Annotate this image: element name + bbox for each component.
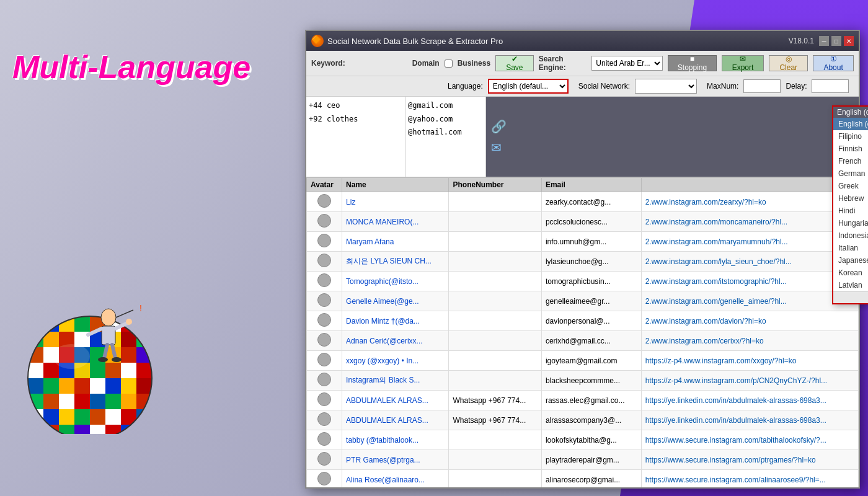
- name-cell: 최시은 LYLA SIEUN CH...: [342, 252, 449, 272]
- multi-language-title: Multi-Language: [12, 50, 250, 85]
- avatar-cell: [307, 371, 342, 391]
- dropdown-item[interactable]: Indonesian: [833, 229, 868, 242]
- search-engine-select[interactable]: United Arab Er...: [591, 56, 663, 71]
- email-cell: blacksheepcommme...: [541, 371, 641, 391]
- table-row[interactable]: Maryam Afanainfo.umnuh@gm...2.www.instag…: [307, 232, 859, 252]
- maxnum-input[interactable]: [743, 79, 781, 93]
- links-stat: 🔗 837: [491, 119, 854, 134]
- stopping-button[interactable]: ■ Stopping: [668, 55, 716, 71]
- svg-rect-24: [121, 347, 136, 363]
- avatar-cell: [307, 410, 342, 430]
- dropdown-item[interactable]: Hungarian: [833, 217, 868, 229]
- app-icon: 🔶: [311, 35, 324, 47]
- about-button[interactable]: ① About: [813, 55, 854, 71]
- clear-button[interactable]: ◎ Clear: [769, 55, 808, 71]
- table-row[interactable]: Alina Rose(@alinaaro...alinarosecorp@gma…: [307, 470, 859, 488]
- svg-rect-52: [59, 409, 74, 425]
- table-row[interactable]: ABDULMALEK ALRAS...Whatsapp +967 774...r…: [307, 391, 859, 410]
- dropdown-item[interactable]: Finnish: [833, 143, 868, 155]
- name-cell: Alina Rose(@alinaaro...: [342, 470, 449, 488]
- minimize-button[interactable]: ─: [819, 36, 829, 46]
- table-row[interactable]: Adnan Cerić(@cerixx...cerixhd@gmail.cc..…: [307, 331, 859, 351]
- delay-input[interactable]: [812, 79, 849, 93]
- table-row[interactable]: MONCA MANEIRO(...pcclcsolucionesc...2.ww…: [307, 212, 859, 232]
- dropdown-item[interactable]: Filipino: [833, 130, 868, 143]
- svg-rect-53: [74, 409, 90, 425]
- svg-rect-38: [90, 378, 105, 394]
- url-cell: https://www.secure.instagram.com/tabitha…: [641, 430, 858, 450]
- data-table-container[interactable]: Avatar Name PhoneNumber Email Lizzearky.…: [306, 177, 859, 487]
- table-row[interactable]: Davion Mintz †(@da...davionpersonal@...2…: [307, 311, 859, 331]
- table-row[interactable]: Lizzearky.contact@g...2.www.instagram.co…: [307, 192, 859, 212]
- col-header-url: [641, 178, 858, 192]
- phone-cell: Whatsapp +967 774...: [449, 410, 541, 430]
- window-title: Social Network Data Bulk Scrape & Extrac…: [327, 37, 789, 46]
- language-dropdown: English (def... ▲ English (def...Filipin…: [832, 105, 868, 304]
- dropdown-selected-item: English (def...: [837, 108, 868, 117]
- table-row[interactable]: Instagram의 Black S...blacksheepcommme...…: [307, 371, 859, 391]
- maximize-button[interactable]: □: [831, 36, 841, 46]
- dropdown-item[interactable]: Hindi: [833, 205, 868, 217]
- svg-rect-30: [90, 363, 105, 378]
- table-row[interactable]: xxgoy (@xxgoy) • In...igoyteam@gmail.com…: [307, 351, 859, 371]
- avatar-img: [317, 392, 331, 406]
- table-row[interactable]: Genelle Aimee(@ge...genelleaimee@gr...2.…: [307, 291, 859, 311]
- name-cell: MONCA MANEIRO(...: [342, 212, 449, 232]
- stats-panel: 🔗 837 ✉ 669: [486, 97, 859, 177]
- phone-cell: [449, 371, 541, 391]
- app-window: 🔶 Social Network Data Bulk Scrape & Extr…: [305, 30, 860, 489]
- dropdown-item[interactable]: French: [833, 155, 868, 167]
- svg-rect-2: [28, 316, 43, 332]
- url-cell: https://www.secure.instagram.com/ptrgame…: [641, 450, 858, 470]
- language-select[interactable]: English (defaul...: [488, 79, 569, 94]
- export-button[interactable]: ✉ Export: [722, 55, 764, 71]
- table-row[interactable]: PTR Games(@ptrga...playtraderepair@gm...…: [307, 450, 859, 470]
- svg-rect-45: [74, 394, 90, 409]
- dropdown-item[interactable]: Japanese: [833, 254, 868, 267]
- email-cell: rassas.elec@gmail.co...: [541, 391, 641, 410]
- dropdown-item[interactable]: English (def...: [833, 118, 868, 130]
- dropdown-item[interactable]: Hebrew: [833, 192, 868, 205]
- keyword-textarea[interactable]: +44 ceo +92 clothes: [309, 99, 402, 174]
- col-header-phone: PhoneNumber: [449, 178, 541, 192]
- social-network-select[interactable]: [635, 79, 697, 94]
- avatar-img: [317, 333, 331, 347]
- dropdown-item[interactable]: Korean: [833, 267, 868, 279]
- col-header-name: Name: [342, 178, 449, 192]
- svg-rect-61: [74, 425, 90, 434]
- svg-rect-54: [90, 409, 105, 425]
- dropdown-item[interactable]: German: [833, 167, 868, 180]
- avatar-img: [317, 214, 331, 228]
- dropdown-item[interactable]: Greek: [833, 180, 868, 192]
- table-row[interactable]: ABDULMALEK ALRAS...Whatsapp +967 774...a…: [307, 410, 859, 430]
- url-cell: 2.www.instagram.com/davion/?hl=ko: [641, 311, 858, 331]
- search-engine-group: Search Engine: United Arab Er...: [539, 55, 663, 72]
- avatar-cell: [307, 430, 342, 450]
- svg-rect-65: [136, 425, 152, 434]
- svg-rect-46: [90, 394, 105, 409]
- table-row[interactable]: tabby (@tabithalook...lookofskytabitha@g…: [307, 430, 859, 450]
- dropdown-item[interactable]: Italian: [833, 242, 868, 254]
- close-button[interactable]: ✕: [844, 36, 854, 46]
- table-row[interactable]: 최시은 LYLA SIEUN CH...lylasieunchoe@g...2.…: [307, 252, 859, 272]
- domain-textarea[interactable]: @gmail.com @yahoo.com @hotmail.com: [408, 99, 483, 174]
- avatar-cell: [307, 252, 342, 272]
- svg-rect-32: [121, 363, 136, 378]
- business-checkbox[interactable]: [445, 60, 453, 68]
- save-button[interactable]: ✔ Save: [495, 55, 534, 71]
- name-cell: tabby (@tabithalook...: [342, 430, 449, 450]
- dropdown-item[interactable]: Latvian: [833, 279, 868, 291]
- avatar-cell: [307, 311, 342, 331]
- url-cell: 2.www.instagram.com/genelle_aimee/?hl...: [641, 291, 858, 311]
- language-label: Language:: [448, 82, 483, 91]
- avatar-cell: [307, 212, 342, 232]
- avatar-img: [317, 254, 331, 267]
- phone-cell: [449, 232, 541, 252]
- email-cell: alrassascompany3@...: [541, 410, 641, 430]
- table-row[interactable]: Tomographic(@itsto...tomographicbusin...…: [307, 272, 859, 291]
- toolbar-row1: Keyword: Domain Business ✔ Save Search E…: [306, 51, 859, 76]
- url-cell: 2.www.instagram.com/moncamaneiro/?hl...: [641, 212, 858, 232]
- avatar-img: [317, 353, 331, 366]
- url-cell: https://www.secure.instagram.com/alinaar…: [641, 470, 858, 488]
- name-cell: Genelle Aimee(@ge...: [342, 291, 449, 311]
